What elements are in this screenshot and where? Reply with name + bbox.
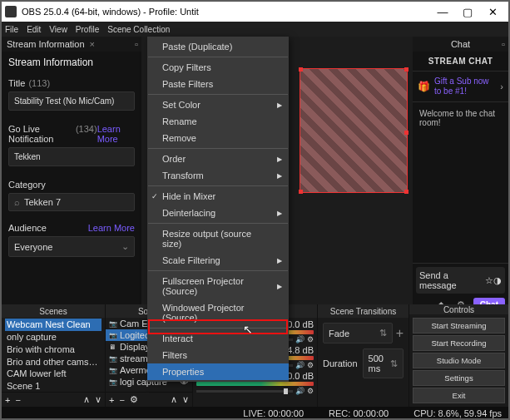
menu-item[interactable]: Set Color▶ [147,96,289,113]
menu-file[interactable]: File [5,25,18,34]
menu-item[interactable]: ✓Hide in Mixer [147,188,289,205]
dock-tab-chat[interactable]: Chat ▫ [413,37,508,52]
status-live: LIVE: 00:00:00 [243,408,304,418]
camera-icon: 📷 [109,367,117,374]
menu-item: Interact [147,330,289,347]
camera-icon: 📷 [109,378,117,386]
add-source-button[interactable]: + [109,395,114,405]
start-recording-button[interactable]: Start Recording [413,335,505,351]
scene-item[interactable]: Scene 1 [5,380,102,392]
menu-item[interactable]: Scale Filtering▶ [147,252,289,269]
mute-button[interactable]: 🔊 [295,361,305,369]
gear-icon[interactable]: ⚙ [307,361,314,369]
chevron-right-icon: › [500,82,503,91]
display-icon: 🖥 [109,343,117,351]
menu-item[interactable]: Rename [147,113,289,130]
menu-item: Resize output (source size) [147,225,289,252]
close-icon[interactable]: × [90,39,95,49]
chevron-up-down-icon: ⇅ [390,358,398,369]
learn-more-link[interactable]: Learn More [88,223,135,233]
duration-input[interactable]: 500 ms⇅ [363,348,404,378]
status-bar: LIVE: 00:00:00 REC: 00:00:00 CPU: 8.6%, … [2,407,508,420]
emote-icon[interactable]: ◑ [493,275,502,286]
menu-item[interactable]: Fullscreen Projector (Source)▶ [147,273,289,299]
scene-item[interactable]: only capture [5,331,102,343]
camera-icon: 📷 [109,355,117,363]
source-down-button[interactable]: ∨ [182,394,189,405]
controls-panel: Controls Start Streaming Start Recording… [409,304,508,407]
close-button[interactable]: ✕ [480,3,505,20]
minimize-button[interactable]: — [430,3,455,20]
scene-up-button[interactable]: ∧ [83,394,90,405]
scenes-list[interactable]: Webcam Nest Clean only capture Brio with… [2,318,105,392]
star-icon[interactable]: ☆ [485,275,493,286]
title-label: Title [8,78,25,88]
audience-label: Audience [8,223,47,233]
scene-item[interactable]: Brio with chroma [5,343,102,356]
source-properties-button[interactable]: ⚙ [130,394,138,405]
chat-input[interactable]: Send a message ☆ ◑ [416,267,505,294]
add-scene-button[interactable]: + [5,395,10,405]
gift-icon: 🎁 [418,80,430,93]
window-titlebar: OBS 25.0.4 (64-bit, windows) - Profile: … [2,2,508,22]
menu-scene-collection[interactable]: Scene Collection [107,25,170,34]
title-input[interactable]: Stability Test (No Mic/Cam) [8,91,135,111]
gift-banner[interactable]: 🎁 Gift a Sub now to be #1! › [413,72,508,102]
chat-panel: Chat ▫ STREAM CHAT 🎁 Gift a Sub now to b… [413,37,508,304]
menu-item[interactable]: Copy Filters [147,59,289,76]
scene-down-button[interactable]: ∨ [95,394,102,405]
start-streaming-button[interactable]: Start Streaming [413,318,505,334]
status-cpu: CPU: 8.6%, 59.94 fps [413,408,502,418]
remove-scene-button[interactable]: − [15,395,20,405]
window-title: OBS 25.0.4 (64-bit, windows) - Profile: … [22,7,430,17]
category-input[interactable]: ⌕Tekken 7 [8,193,135,211]
panel-header: Stream Information [2,52,141,75]
menu-item[interactable]: Filters [147,347,289,363]
camera-icon: 📷 [109,320,117,328]
golive-input[interactable]: Tekken [8,147,135,166]
transitions-panel: Scene Transitions Fade⇅ + Duration 500 m… [318,304,409,407]
remove-source-button[interactable]: − [119,395,124,405]
dock-tab-stream-info[interactable]: Stream Information× ▫ [2,37,141,52]
scene-item[interactable]: Brio and other cams alone [5,356,102,368]
menu-item[interactable]: Properties [147,363,289,380]
search-icon: ⌕ [14,197,20,207]
learn-more-link[interactable]: Learn More [97,124,135,144]
level-meter [196,382,314,386]
menu-view[interactable]: View [49,25,67,34]
transition-select[interactable]: Fade⇅ [323,323,393,343]
menu-item[interactable]: Deinterlacing▶ [147,205,289,221]
menu-profile[interactable]: Profile [76,25,99,34]
source-up-button[interactable]: ∧ [171,394,177,405]
popout-icon[interactable]: ▫ [502,39,505,49]
gear-icon[interactable]: ⚙ [307,387,314,395]
mute-button[interactable]: 🔊 [295,335,305,343]
mute-button[interactable]: 🔊 [295,387,305,395]
menu-item[interactable]: Transform▶ [147,167,289,184]
exit-button[interactable]: Exit [413,388,505,403]
camera-icon: 📷 [109,332,117,339]
scene-item[interactable]: CAM lower left [5,368,102,380]
scene-item[interactable]: Webcam Nest Clean [5,319,102,331]
audience-select[interactable]: Everyone⌄ [8,236,135,257]
chat-header: STREAM CHAT [413,52,508,72]
studio-mode-button[interactable]: Studio Mode [413,353,505,368]
controls-header: Controls [409,304,508,314]
menu-item[interactable]: Windowed Projector (Source) [147,299,289,326]
add-transition-button[interactable]: + [396,326,404,341]
menu-edit[interactable]: Edit [27,25,41,34]
golive-label: Go Live Notification [8,124,72,144]
context-menu[interactable]: Paste (Duplicate)Copy FiltersPaste Filte… [147,37,289,382]
maximize-button[interactable]: ▢ [455,3,480,20]
menu-item[interactable]: Remove [147,130,289,146]
volume-slider[interactable] [196,390,293,393]
chat-messages: Welcome to the chat room! [413,102,508,263]
source-bounding-box[interactable] [300,68,408,193]
popout-icon[interactable]: ▫ [135,39,138,49]
menu-item: Paste (Duplicate) [147,38,289,55]
chevron-down-icon: ⌄ [121,241,129,252]
menu-item[interactable]: Order▶ [147,151,289,167]
gear-icon[interactable]: ⚙ [307,335,314,343]
gift-text: Gift a Sub now to be #1! [434,77,496,96]
settings-button[interactable]: Settings [413,370,505,386]
